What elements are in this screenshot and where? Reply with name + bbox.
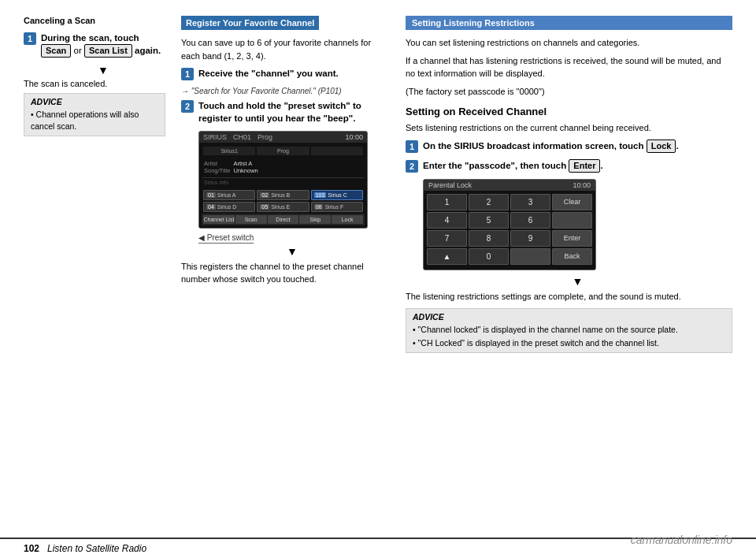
lock-screen-body: 1 2 3 Clear 4 5 6 7 8 9	[424, 191, 595, 270]
restrictions-intro-1: You can set listening restrictions on ch…	[406, 36, 732, 50]
parental-lock-screen: Parental Lock 10:00 1 2 3 Clear 4 5 6	[423, 179, 596, 270]
preset-3[interactable]: 103 Sirius C	[311, 190, 363, 200]
arrow-down-middle: ▼	[198, 245, 386, 258]
num-6[interactable]: 6	[510, 212, 550, 229]
num-7[interactable]: 7	[427, 230, 467, 247]
lock-screen-header: Parental Lock 10:00	[424, 180, 595, 191]
num-8[interactable]: 8	[469, 230, 509, 247]
num-5[interactable]: 5	[469, 212, 509, 229]
step-num-1-right: 1	[406, 140, 418, 153]
register-intro: You can save up to 6 of your favorite ch…	[181, 36, 386, 62]
step-2-right: 2 Enter the "passcode", then touch Enter…	[406, 159, 732, 173]
arrow-down-right: ▼	[423, 275, 732, 288]
channel-list-btn[interactable]: Channel List	[203, 215, 235, 224]
left-column: Canceling a Scan 1 During the scan, touc…	[24, 16, 181, 530]
empty-1	[552, 212, 592, 229]
lock-btn[interactable]: Lock	[332, 215, 363, 224]
advice-box-left: ADVICE • Channel operations will also ca…	[24, 93, 165, 136]
advice-title-right: ADVICE	[413, 312, 725, 322]
page-container: Canceling a Scan 1 During the scan, touc…	[0, 0, 756, 558]
screen-bottom-bar: Channel List Scan Direct Skip Lock	[202, 214, 365, 225]
registers-text: This registers the channel to the preset…	[181, 261, 386, 285]
direct-btn[interactable]: Direct	[268, 215, 299, 224]
step-num-1: 1	[24, 32, 36, 45]
arrow-down-1: ▼	[41, 64, 165, 76]
step-1-text: During the scan, touch Scan or Scan List…	[41, 32, 165, 58]
step-2-register-text: Touch and hold the "preset switch" to re…	[198, 99, 386, 125]
scan-list-button-inline[interactable]: Scan List	[84, 44, 132, 58]
num-3[interactable]: 3	[510, 194, 550, 210]
clear-btn[interactable]: Clear	[552, 194, 592, 210]
advice-box-right: ADVICE • "Channel locked" is displayed i…	[406, 308, 732, 353]
footer-title: Listen to Satellite Radio	[47, 543, 146, 554]
step-1-right-text: On the SIRIUS broadcast information scre…	[423, 140, 679, 153]
enter-button-inline[interactable]: Enter	[569, 159, 600, 173]
numpad-row-1: 1 2 3 Clear	[427, 194, 592, 210]
screen-time: 10:00	[345, 133, 363, 141]
scan-button-inline[interactable]: Scan	[41, 44, 71, 58]
lock-button-inline[interactable]: Lock	[647, 140, 676, 153]
preset-1[interactable]: 01 Sirius A	[203, 190, 255, 200]
numpad-row-4: ▲ 0 Back	[427, 248, 592, 265]
step-num-2-right: 2	[406, 160, 418, 173]
setting-on-received-desc: Sets listening restrictions on the curre…	[406, 121, 732, 135]
canceled-text: The scan is canceled.	[24, 79, 165, 88]
up-arrow-btn[interactable]: ▲	[427, 248, 467, 265]
sirius-screen: SIRIUS CH01 Prog 10:00 Sirius1 Prog Arti	[198, 131, 368, 229]
step-1-cancel: 1 During the scan, touch Scan or Scan Li…	[24, 32, 165, 58]
step-num-1-register: 1	[181, 68, 194, 80]
preset-switch-label: ◀ Preset switch	[198, 233, 386, 242]
watermark: carmanualonline.info	[631, 534, 732, 546]
preset-6[interactable]: 06 Sirius F	[311, 202, 363, 212]
advice-text-left: • Channel operations will also cancel sc…	[31, 109, 158, 132]
empty-2	[510, 248, 550, 265]
screen-body: Sirius1 Prog Artist Song/Title Artist A …	[199, 143, 367, 228]
enter-numpad-btn[interactable]: Enter	[552, 230, 592, 247]
screen-presets: 01 Sirius A 02 Sirius B 103 Sirius C 0	[202, 188, 365, 214]
advice-text-right-2: • "CH Locked" is displayed in the preset…	[413, 337, 725, 349]
screen-header-left: SIRIUS CH01 Prog	[203, 133, 272, 141]
right-column: Setting Listening Restrictions You can s…	[402, 16, 732, 530]
restrictions-intro-2: If a channel that has listening restrict…	[406, 54, 732, 80]
preset-4[interactable]: 04 Sirius D	[203, 202, 255, 212]
step-1-register-text: Receive the "channel" you want.	[198, 67, 339, 80]
step-2-right-text: Enter the "passcode", then touch Enter.	[423, 159, 603, 173]
step-1-italic: → "Search for Your Favorite Channel." (P…	[181, 87, 386, 95]
setting-on-received-title: Setting on Received Channel	[406, 106, 732, 117]
step-1-register: 1 Receive the "channel" you want.	[181, 67, 386, 80]
num-2[interactable]: 2	[469, 194, 509, 210]
num-0[interactable]: 0	[469, 248, 509, 265]
numpad-row-2: 4 5 6	[427, 212, 592, 229]
cancel-scan-title: Canceling a Scan	[24, 16, 165, 25]
restrictions-intro-3: (The factory set passcode is "0000")	[406, 85, 732, 99]
step-num-2-register: 2	[181, 100, 194, 113]
complete-text: The listening restrictions settings are …	[406, 290, 732, 303]
advice-title-left: ADVICE	[31, 97, 158, 106]
register-channel-title: Register Your Favorite Channel	[181, 16, 319, 30]
middle-column: Register Your Favorite Channel You can s…	[181, 16, 402, 530]
setting-restrictions-title: Setting Listening Restrictions	[406, 16, 732, 30]
step-1-right: 1 On the SIRIUS broadcast information sc…	[406, 140, 732, 153]
advice-text-right-1: • "Channel locked" is displayed in the c…	[413, 324, 725, 336]
scan-btn[interactable]: Scan	[235, 215, 267, 224]
screen-header: SIRIUS CH01 Prog 10:00	[199, 132, 367, 143]
back-btn[interactable]: Back	[552, 248, 592, 265]
num-9[interactable]: 9	[510, 230, 550, 247]
preset-5[interactable]: 05 Sirius E	[257, 202, 309, 212]
num-1[interactable]: 1	[427, 194, 467, 210]
skip-btn[interactable]: Skip	[299, 215, 331, 224]
step-2-register: 2 Touch and hold the "preset switch" to …	[181, 99, 386, 125]
preset-2[interactable]: 02 Sirius B	[257, 190, 309, 200]
num-4[interactable]: 4	[427, 212, 467, 229]
page-number: 102	[24, 543, 39, 554]
numpad-row-3: 7 8 9 Enter	[427, 230, 592, 247]
